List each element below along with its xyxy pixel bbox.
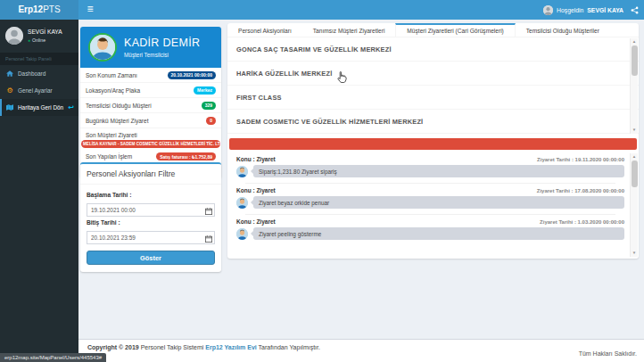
- visits-panel: Personel Aksiyonları Tanımsız Müşteri Zi…: [227, 23, 639, 259]
- copyright-text: Copyright © 2019: [87, 344, 139, 350]
- visit-subject: Konu : Ziyaret: [236, 156, 276, 162]
- sidebar-item-back-to-map[interactable]: Haritaya Geri Dön ↩: [0, 99, 78, 116]
- tab-musteri-ziyaretleri[interactable]: Müşteri Ziyaretleri (Cari Görüşmeleri): [395, 23, 515, 37]
- list-item[interactable]: HARİKA GÜZELLİK MERKEZİ: [227, 62, 639, 86]
- count-badge: 0: [206, 117, 216, 125]
- status-badge: Merkez: [194, 86, 216, 95]
- visit-entry: Konu : Ziyaret Ziyaret Tarihi : 19.11.20…: [227, 152, 639, 184]
- scroll-down-icon[interactable]: ▼: [632, 127, 636, 134]
- browser-status-url: erp12map.site/MapPanel/Users/445543#: [0, 353, 106, 362]
- visit-history-list: Konu : Ziyaret Ziyaret Tarihi : 19.11.20…: [227, 152, 639, 240]
- navbar-user-area: Hoşgeldin SEVGİ KAYA: [543, 0, 639, 20]
- rights-text: Tüm Hakları Saklıdır.: [579, 350, 637, 357]
- map-icon: [5, 104, 14, 111]
- visit-date: Ziyaret Tarihi : 1.03.2020 00:00:00: [540, 219, 624, 225]
- list-item[interactable]: FIRST CLASS: [227, 86, 639, 110]
- sidebar: SEVGİ KAYA ●Online Personel Takip Paneli…: [0, 20, 78, 362]
- last-visit-label: Son Müşteri Ziyareti: [80, 128, 221, 140]
- online-status: ●Online: [28, 37, 62, 43]
- visit-entry: Konu : Ziyaret Ziyaret Tarihi : 1.03.202…: [227, 215, 639, 240]
- navbar-avatar[interactable]: [543, 5, 553, 15]
- person-icon: [5, 27, 23, 45]
- logo-text-light: PTS: [43, 4, 60, 14]
- sidebar-item-label: Haritaya Geri Dön: [18, 104, 63, 111]
- row-label: Son Konum Zamanı: [86, 72, 137, 78]
- row-label: Lokasyon/Araç Plaka: [86, 87, 140, 94]
- tab-bar: Personel Aksiyonları Tanımsız Müşteri Zi…: [227, 23, 639, 37]
- visit-date: Ziyaret Tarihi : 17.08.2020 00:00:00: [537, 188, 624, 193]
- tab-temsilcisi-musteriler[interactable]: Temsilcisi Olduğu Müşteriler: [516, 23, 610, 37]
- sidebar-section-header: Personel Takip Paneli: [0, 53, 78, 65]
- scroll-down-icon[interactable]: ▼: [632, 250, 636, 257]
- sidebar-toggle-icon[interactable]: ≡: [78, 0, 102, 20]
- status-badge: 20.10.2021 00:00:00: [168, 71, 216, 79]
- logo-text-bold: Erp12: [18, 4, 43, 14]
- scrollbar-thumb[interactable]: [632, 160, 638, 187]
- visit-avatar[interactable]: [236, 166, 248, 177]
- representative-title: Müşteri Temsilcisi: [124, 52, 200, 58]
- tab-tanimsiz-ziyaretler[interactable]: Tanımsız Müşteri Ziyaretleri: [302, 23, 396, 37]
- invoice-badge: Satış faturası : ₺1.752,89: [156, 152, 216, 160]
- last-visit-banner: MELİSA KAYNAR - SADEM COSMETIC GÜZELLİK …: [81, 140, 220, 148]
- actions-filter-card: Personel Aksiyonları Filtre Başlama Tari…: [80, 162, 221, 272]
- sidebar-item-label: Genel Ayarlar: [18, 87, 53, 94]
- selected-customer-header-bar: [229, 138, 637, 150]
- sidebar-item-general-settings[interactable]: ⚙ Genel Ayarlar: [0, 82, 78, 99]
- start-date-input[interactable]: [87, 203, 215, 217]
- sidebar-item-dashboard[interactable]: Dashboard: [0, 65, 78, 82]
- online-dot-icon: ●: [28, 37, 30, 43]
- reply-arrow-icon: ↩: [68, 104, 74, 111]
- representative-avatar[interactable]: [88, 33, 117, 62]
- app-logo[interactable]: Erp12PTS: [0, 0, 78, 20]
- end-date-label: Bitiş Tarihi :: [87, 219, 215, 226]
- sidebar-item-label: Dashboard: [18, 70, 45, 77]
- greeting-text: Hoşgeldin: [557, 7, 583, 13]
- settings-icon[interactable]: [631, 6, 639, 14]
- home-icon: [5, 70, 14, 77]
- show-button[interactable]: Göster: [87, 251, 215, 265]
- scroll-up-icon[interactable]: ▲: [632, 153, 636, 160]
- person-photo: [236, 228, 248, 240]
- filter-title: Personel Aksiyonları Filtre: [80, 164, 221, 185]
- visit-avatar[interactable]: [236, 228, 248, 240]
- sidebar-avatar[interactable]: [5, 27, 23, 45]
- list-item[interactable]: SADEM COSMETIC VE GÜZELLİK HİZMETLERİ ME…: [227, 110, 639, 134]
- representative-profile-card: KADİR DEMİR Müşteri Temsilcisi Son Konum…: [80, 27, 221, 178]
- online-status-label: Online: [32, 37, 45, 43]
- visit-date: Ziyaret Tarihi : 19.11.2020 00:00:00: [537, 157, 624, 162]
- profile-row-location-time: Son Konum Zamanı 20.10.2021 00:00:00: [80, 68, 221, 83]
- sidebar-user-panel: SEVGİ KAYA ●Online: [0, 20, 78, 51]
- person-icon: [543, 5, 553, 15]
- visit-list-scrollbar[interactable]: ▲ ▼: [630, 153, 638, 257]
- row-label: Temsilcisi Olduğu Müşteri: [86, 103, 152, 109]
- visit-subject: Konu : Ziyaret: [236, 218, 276, 225]
- visit-avatar[interactable]: [236, 197, 248, 209]
- footer-text: Personel Takip Sistemi: [141, 344, 204, 350]
- customer-list: GONCA SAÇ TASARIM VE GÜZELLİK MERKEZİ HA…: [227, 37, 639, 134]
- profile-row-today-visits: Bugünkü Müşteri Ziyaret 0: [80, 113, 221, 128]
- visit-message: Ziyaret peeling gösterme: [253, 227, 624, 240]
- tab-personel-aksiyonlari[interactable]: Personel Aksiyonları: [227, 23, 302, 37]
- scroll-up-icon[interactable]: ▲: [632, 38, 636, 45]
- portrait-photo: [90, 35, 115, 60]
- customer-list-scrollbar[interactable]: ▲ ▼: [630, 38, 638, 134]
- sidebar-menu: Dashboard ⚙ Genel Ayarlar Haritaya Geri …: [0, 65, 78, 116]
- footer: Copyright © 2019 Personel Takip Sistemi …: [78, 339, 644, 362]
- start-date-label: Başlama Tarihi :: [87, 192, 215, 198]
- person-photo: [236, 166, 248, 177]
- top-navbar: Erp12PTS ≡ Hoşgeldin SEVGİ KAYA: [0, 0, 644, 20]
- scrollbar-thumb[interactable]: [632, 45, 638, 76]
- list-item[interactable]: GONCA SAÇ TASARIM VE GÜZELLİK MERKEZİ: [227, 37, 639, 62]
- visit-message: Sipariş:1,231.80 Ziyaret sipariş: [253, 165, 624, 177]
- visit-subject: Konu : Ziyaret: [236, 187, 276, 193]
- footer-text: Tarafından Yapılmıştır.: [259, 344, 320, 350]
- vendor-link[interactable]: Erp12 Yazılım Evi: [205, 344, 256, 350]
- navbar-username[interactable]: SEVGİ KAYA: [587, 7, 623, 13]
- app-window: Erp12PTS ≡ Hoşgeldin SEVGİ KAYA SEVGİ KA…: [0, 0, 644, 362]
- visit-entry: Konu : Ziyaret Ziyaret Tarihi : 17.08.20…: [227, 184, 639, 215]
- representative-name: KADİR DEMİR: [124, 37, 200, 49]
- end-date-input[interactable]: [87, 231, 215, 244]
- profile-card-header: KADİR DEMİR Müşteri Temsilcisi: [80, 27, 221, 68]
- row-label: Son Yapılan İşlem: [86, 153, 132, 160]
- sidebar-username: SEVGİ KAYA: [28, 27, 62, 35]
